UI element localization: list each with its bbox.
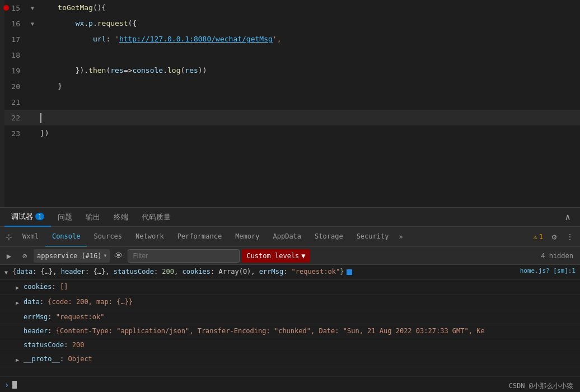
devtools-top-tabs: 调试器1问题输出终端代码质量∧ — [0, 208, 580, 227]
child-expand-arrow[interactable]: ▶ — [16, 354, 24, 365]
code-content: } — [38, 78, 580, 94]
status-label: CSDN @小那么小小猿 — [509, 381, 573, 391]
code-content: wx.p.request({ — [38, 16, 580, 31]
eye-icon[interactable]: 👁 — [112, 249, 125, 263]
stop-icon[interactable]: ⊘ — [18, 249, 31, 263]
top-tab-调试器[interactable]: 调试器1 — [4, 208, 51, 227]
child-entry-content: __proto__: Object — [24, 354, 576, 364]
chrome-tab-network[interactable]: Network — [129, 227, 171, 247]
chrome-tab-performance[interactable]: Performance — [171, 227, 228, 247]
child-expand-arrow[interactable] — [16, 326, 24, 327]
console-entry-child[interactable]: ▶__proto__: Object — [0, 352, 580, 367]
breakpoint-indicator — [3, 5, 9, 11]
child-expand-arrow[interactable]: ▶ — [16, 282, 24, 293]
console-entry-child[interactable]: header: {Content-Type: "application/json… — [0, 324, 580, 338]
custom-levels-button[interactable]: Custom levels ▼ — [242, 249, 310, 263]
console-entry-main[interactable]: ▼{data: {…}, header: {…}, statusCode: 20… — [0, 265, 580, 280]
code-line-23: 23}) — [0, 125, 580, 141]
top-tab-问题[interactable]: 问题 — [51, 208, 79, 227]
close-panel-button[interactable]: ∧ — [560, 209, 576, 225]
filter-input[interactable] — [128, 249, 240, 263]
code-content: url: 'http://127.0.0.1:8080/wechat/getMs… — [38, 31, 580, 47]
chrome-tab-wxml[interactable]: Wxml — [16, 227, 45, 247]
code-content: toGetMag(){ — [38, 0, 580, 16]
console-entry-child[interactable]: statusCode: 200 — [0, 338, 580, 352]
context-dropdown-arrow: ▼ — [104, 253, 107, 258]
child-entry-content: header: {Content-Type: "application/json… — [24, 326, 576, 336]
settings-button[interactable]: ⚙ — [546, 227, 562, 247]
child-entry-content: cookies: [] — [24, 282, 576, 292]
chrome-tab-storage[interactable]: Storage — [308, 227, 350, 247]
chrome-tab-console[interactable]: Console — [45, 227, 87, 247]
console-output[interactable]: ▼{data: {…}, header: {…}, statusCode: 20… — [0, 265, 580, 376]
code-line-19: 19 }).then(res=>console.log(res)) — [0, 63, 580, 78]
expand-arrow[interactable]: ▼ — [4, 267, 12, 278]
file-reference[interactable]: home.js? [sm]:1 — [516, 265, 580, 277]
console-entry-child[interactable]: errMsg: "request:ok" — [0, 310, 580, 324]
code-line-21: 21 — [0, 94, 580, 110]
warning-icon: ⚠ — [534, 233, 537, 241]
console-entry-child[interactable]: ▶cookies: [] — [0, 280, 580, 295]
top-tab-输出[interactable]: 输出 — [79, 208, 107, 227]
more-tabs-button[interactable]: » — [395, 233, 406, 241]
code-line-17: 17 url: 'http://127.0.0.1:8080/wechat/ge… — [0, 31, 580, 47]
run-icon[interactable]: ▶ — [2, 249, 16, 263]
hidden-count: 4 hidden — [536, 252, 578, 260]
tab-badge: 1 — [35, 213, 44, 220]
child-entry-content: statusCode: 200 — [24, 340, 576, 350]
collapse-arrow[interactable]: ▼ — [27, 5, 38, 11]
child-expand-arrow[interactable] — [16, 340, 24, 341]
collapse-arrow[interactable]: ▼ — [27, 21, 38, 27]
code-line-16: 16▼ wx.p.request({ — [0, 16, 580, 31]
context-selector[interactable]: appservice (#16) ▼ — [34, 249, 110, 263]
console-cursor — [12, 381, 17, 389]
console-prompt-icon: › — [4, 380, 9, 389]
console-toolbar: ▶ ⊘ appservice (#16) ▼ 👁 Custom levels ▼… — [0, 247, 580, 265]
code-lines: 15▼ toGetMag(){16▼ wx.p.request({17 url:… — [0, 0, 580, 207]
console-input-line: › — [0, 376, 580, 392]
warning-count: 1 — [539, 233, 543, 241]
child-entry-content: errMsg: "request:ok" — [24, 312, 576, 322]
console-entry-child[interactable]: ▶data: {code: 200, map: {…}} — [0, 295, 580, 310]
child-expand-arrow[interactable] — [16, 312, 24, 313]
inspect-cursor-icon[interactable]: ⊹ — [2, 227, 16, 247]
entry-content: {data: {…}, header: {…}, statusCode: 200… — [12, 267, 576, 277]
code-content: }).then(res=>console.log(res)) — [38, 63, 580, 78]
chrome-tab-security[interactable]: Security — [350, 227, 396, 247]
top-tab-代码质量[interactable]: 代码质量 — [135, 208, 177, 227]
chrome-tab-sources[interactable]: Sources — [87, 227, 129, 247]
chrome-tab-appdata[interactable]: AppData — [266, 227, 308, 247]
code-line-15: 15▼ toGetMag(){ — [0, 0, 580, 16]
child-expand-arrow[interactable]: ▶ — [16, 297, 24, 308]
context-label: appservice (#16) — [37, 252, 102, 260]
code-content: }) — [38, 125, 580, 141]
code-line-18: 18 — [0, 47, 580, 63]
custom-levels-label: Custom levels — [246, 252, 299, 260]
more-options-button[interactable]: ⋮ — [562, 227, 578, 247]
code-line-22: 22 — [0, 110, 580, 125]
chrome-tab-memory[interactable]: Memory — [228, 227, 266, 247]
custom-levels-arrow: ▼ — [301, 252, 305, 260]
code-editor: 15▼ toGetMag(){16▼ wx.p.request({17 url:… — [0, 0, 580, 207]
code-line-20: 20 } — [0, 78, 580, 94]
warning-indicator[interactable]: ⚠1 — [530, 233, 546, 241]
status-bar: CSDN @小那么小小猿 — [502, 380, 580, 392]
code-content — [38, 110, 580, 125]
chrome-tabs: ⊹WxmlConsoleSourcesNetworkPerformanceMem… — [0, 227, 580, 247]
top-tab-终端[interactable]: 终端 — [107, 208, 135, 227]
devtools-panel: 调试器1问题输出终端代码质量∧ ⊹WxmlConsoleSourcesNetwo… — [0, 207, 580, 392]
child-entry-content: data: {code: 200, map: {…}} — [24, 297, 576, 307]
